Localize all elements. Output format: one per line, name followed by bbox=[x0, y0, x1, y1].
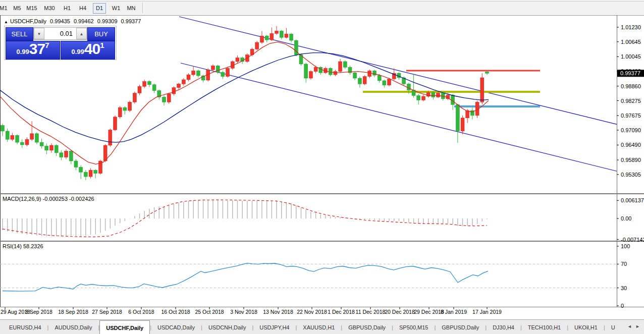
ohlc-close: 0.99377 bbox=[121, 18, 141, 24]
candle-bullish bbox=[172, 88, 176, 94]
buy-button[interactable]: BUY bbox=[87, 27, 115, 41]
chart-tab-gbpusd-daily[interactable]: GBPUSD,Daily bbox=[342, 321, 392, 334]
sell-price-button[interactable]: 0.99377 bbox=[6, 41, 60, 60]
date-axis-label: 16 Oct 2018 bbox=[161, 309, 190, 315]
timeframe-button-w1[interactable]: W1 bbox=[110, 3, 123, 14]
candle-bullish bbox=[109, 130, 112, 145]
candle-bearish bbox=[20, 142, 24, 145]
candle-bullish bbox=[363, 77, 366, 84]
chart-tab-dj30-h4[interactable]: DJ30,H4 bbox=[487, 321, 520, 334]
timeframe-button-d1[interactable]: D1 bbox=[93, 3, 106, 14]
collapse-panel-icon[interactable]: ▲ bbox=[4, 20, 8, 24]
pane-separator-1[interactable] bbox=[0, 193, 644, 194]
mt4-window: M1M5M15M30H1H4D1W1MN ▲USDCHF,Daily 0.994… bbox=[0, 0, 644, 334]
chart-background bbox=[0, 15, 644, 319]
pane-separator-2[interactable] bbox=[0, 241, 644, 242]
candle-bearish bbox=[152, 85, 156, 91]
candle-bearish bbox=[84, 172, 87, 177]
price-axis-label: 0.97675 bbox=[621, 113, 641, 119]
candle-bullish bbox=[138, 86, 141, 93]
candle-bullish bbox=[314, 67, 317, 71]
candle-bullish bbox=[275, 31, 279, 33]
candle-bearish bbox=[60, 153, 63, 157]
candle-bullish bbox=[255, 42, 259, 49]
candle-bullish bbox=[167, 94, 171, 102]
date-axis-label: 22 Nov 2018 bbox=[297, 309, 327, 315]
chart-tab-xauusd-h1[interactable]: XAUUSD,H1 bbox=[297, 321, 341, 334]
timeframe-button-m5[interactable]: M5 bbox=[11, 3, 24, 14]
macd-label: MACD(12,26,9) -0.000253 -0.002426 bbox=[3, 196, 94, 202]
buy-price-button[interactable]: 0.99401 bbox=[61, 41, 115, 60]
candle-bearish bbox=[6, 131, 9, 139]
tabs-scroll-left-icon[interactable]: ◄ bbox=[627, 324, 632, 329]
candle-bearish bbox=[55, 145, 58, 153]
chart-tab-sp500-m15[interactable]: SP500,M15 bbox=[393, 321, 434, 334]
chart-tabs: EURUSD,H4|AUDUSD,Daily|USDCHF,Daily|USDC… bbox=[0, 320, 621, 334]
toolbar-divider bbox=[0, 1, 644, 2]
candle-bearish bbox=[221, 72, 225, 76]
price-axis-label: 0.95890 bbox=[621, 157, 641, 163]
timeframe-button-h4[interactable]: H4 bbox=[76, 3, 89, 14]
ask-price: 0.99401 bbox=[61, 40, 115, 58]
timeframe-button-h1[interactable]: H1 bbox=[61, 3, 74, 14]
chart-tab-usdcnh-daily[interactable]: USDCNH,Daily bbox=[202, 321, 252, 334]
candle-bearish bbox=[40, 142, 43, 146]
chart-tab-gbpusd-daily[interactable]: GBPUSD,Daily bbox=[436, 321, 485, 334]
candle-bullish bbox=[11, 135, 14, 139]
chart-tab-u[interactable]: U bbox=[605, 321, 621, 334]
one-click-trading-panel: SELL ▼ 0.01 ▲ BUY 0.99377 0.99401 bbox=[4, 26, 117, 60]
ohlc-high: 0.99462 bbox=[74, 18, 94, 24]
price-axis-label: 0.95305 bbox=[621, 172, 641, 178]
candle-bullish bbox=[187, 75, 190, 80]
volume-increase-icon[interactable]: ▲ bbox=[76, 28, 87, 39]
date-axis-label: 8 Jan 2019 bbox=[441, 309, 467, 315]
chart-tab-usdcad-daily[interactable]: USDCAD,Daily bbox=[151, 321, 201, 334]
candle-bullish bbox=[270, 33, 274, 40]
timeframe-button-mn[interactable]: MN bbox=[125, 3, 138, 14]
ohlc-open: 0.99435 bbox=[50, 18, 70, 24]
tabs-scroll-right-icon[interactable]: ► bbox=[635, 324, 640, 329]
candle-bearish bbox=[383, 81, 386, 85]
candle-bearish bbox=[353, 73, 357, 78]
date-axis-label: 29 Dec 2018 bbox=[414, 309, 444, 315]
candle-bullish bbox=[25, 139, 29, 145]
candle-bearish bbox=[1, 126, 5, 131]
candle-bullish bbox=[65, 151, 68, 157]
candle-bullish bbox=[211, 66, 214, 70]
date-axis-label: 3 Nov 2018 bbox=[230, 309, 257, 315]
timeframe-button-m15[interactable]: M15 bbox=[24, 3, 39, 14]
chart-tab-audusd-daily[interactable]: AUDUSD,Daily bbox=[48, 321, 98, 334]
chart-tab-eurusd-h4[interactable]: EURUSD,H4 bbox=[3, 321, 47, 334]
candle-bullish bbox=[226, 68, 230, 76]
volume-decrease-icon[interactable]: ▼ bbox=[34, 28, 44, 39]
candle-bearish bbox=[358, 78, 361, 84]
candle-bullish bbox=[133, 93, 136, 102]
volume-input[interactable]: 0.01 bbox=[46, 28, 75, 39]
trade-panel-top-row: SELL ▼ 0.01 ▲ BUY bbox=[6, 27, 115, 40]
current-price-label: 0.99377 bbox=[620, 70, 640, 76]
macd-axis-label: 0.006137 bbox=[621, 197, 644, 203]
price-chart-canvas[interactable]: 1.012301.006451.000450.994600.988600.982… bbox=[0, 15, 644, 319]
candle-bullish bbox=[192, 71, 195, 75]
candle-bearish bbox=[123, 107, 127, 110]
chart-tab-tech100-h1[interactable]: TECH100,H1 bbox=[522, 321, 567, 334]
date-axis-label: 20 Dec 2018 bbox=[385, 309, 415, 315]
chart-tab-usdchf-daily[interactable]: USDCHF,Daily bbox=[99, 320, 150, 334]
macd-axis-label: -0.007142 bbox=[621, 237, 644, 243]
toolbar-separator bbox=[142, 3, 144, 13]
rsi-axis-label: 70 bbox=[621, 261, 627, 267]
rsi-axis-label: 0 bbox=[621, 303, 624, 309]
candle-bearish bbox=[329, 68, 332, 75]
chart-area[interactable]: ▲USDCHF,Daily 0.99435 0.99462 0.99309 0.… bbox=[0, 15, 644, 319]
chart-tab-usdjpy-h4[interactable]: USDJPY,H4 bbox=[253, 321, 295, 334]
timeframe-button-m1[interactable]: M1 bbox=[0, 3, 10, 14]
candle-bearish bbox=[74, 161, 78, 167]
chart-tab-bar: EURUSD,H4|AUDUSD,Daily|USDCHF,Daily|USDC… bbox=[0, 319, 644, 334]
sell-button[interactable]: SELL bbox=[6, 27, 33, 41]
candle-bullish bbox=[309, 72, 312, 78]
bid-price: 0.99377 bbox=[6, 40, 60, 58]
candle-bearish bbox=[343, 62, 347, 67]
timeframe-button-m30[interactable]: M30 bbox=[42, 3, 57, 14]
chart-tab-ukoil-h1[interactable]: UKOil,H1 bbox=[568, 321, 604, 334]
candle-bearish bbox=[304, 64, 308, 78]
